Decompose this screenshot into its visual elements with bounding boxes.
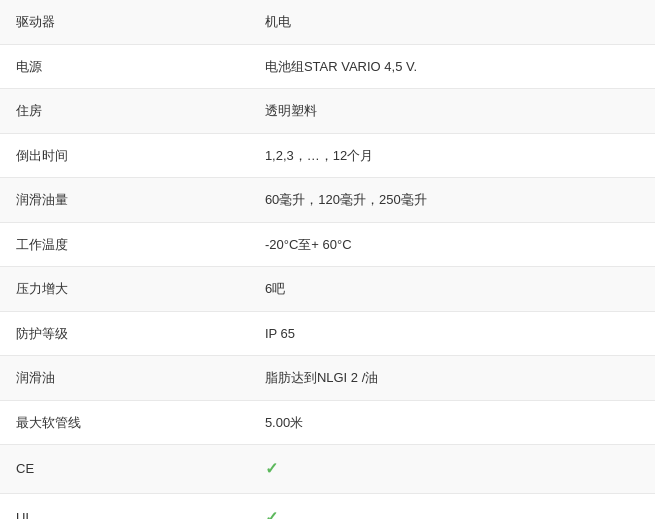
spec-label: 最大软管线	[0, 400, 249, 445]
spec-value: -20°C至+ 60°C	[249, 222, 655, 267]
spec-value: 5.00米	[249, 400, 655, 445]
spec-label: 防护等级	[0, 311, 249, 356]
table-row: CE✓	[0, 445, 655, 494]
spec-value: 1,2,3，…，12个月	[249, 133, 655, 178]
table-row: 工作温度-20°C至+ 60°C	[0, 222, 655, 267]
spec-label: 住房	[0, 89, 249, 134]
table-row: 最大软管线5.00米	[0, 400, 655, 445]
check-icon: ✓	[265, 509, 278, 519]
spec-label: 润滑油	[0, 356, 249, 401]
spec-value: 脂肪达到NLGI 2 /油	[249, 356, 655, 401]
spec-value: ✓	[249, 445, 655, 494]
spec-value: ✓	[249, 494, 655, 520]
spec-label: 工作温度	[0, 222, 249, 267]
table-row: 倒出时间1,2,3，…，12个月	[0, 133, 655, 178]
table-row: UL✓	[0, 494, 655, 520]
spec-label: 压力增大	[0, 267, 249, 312]
spec-label: 润滑油量	[0, 178, 249, 223]
spec-label: 电源	[0, 44, 249, 89]
specs-table: 驱动器机电电源电池组STAR VARIO 4,5 V.住房透明塑料倒出时间1,2…	[0, 0, 655, 519]
spec-value: 6吧	[249, 267, 655, 312]
table-row: 电源电池组STAR VARIO 4,5 V.	[0, 44, 655, 89]
spec-label: CE	[0, 445, 249, 494]
table-row: 住房透明塑料	[0, 89, 655, 134]
spec-label: 倒出时间	[0, 133, 249, 178]
table-row: 防护等级IP 65	[0, 311, 655, 356]
spec-value: 电池组STAR VARIO 4,5 V.	[249, 44, 655, 89]
spec-label: UL	[0, 494, 249, 520]
table-row: 润滑油量60毫升，120毫升，250毫升	[0, 178, 655, 223]
table-row: 压力增大6吧	[0, 267, 655, 312]
table-row: 润滑油脂肪达到NLGI 2 /油	[0, 356, 655, 401]
spec-value: 透明塑料	[249, 89, 655, 134]
spec-value: 60毫升，120毫升，250毫升	[249, 178, 655, 223]
spec-value: IP 65	[249, 311, 655, 356]
spec-label: 驱动器	[0, 0, 249, 44]
check-icon: ✓	[265, 460, 278, 477]
spec-value: 机电	[249, 0, 655, 44]
table-row: 驱动器机电	[0, 0, 655, 44]
